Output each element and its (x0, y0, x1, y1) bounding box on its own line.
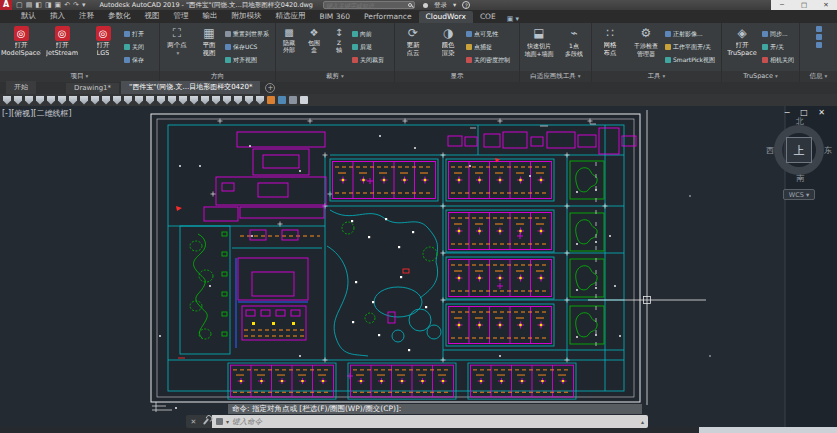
truspace-toggle-button[interactable]: 开/关 (762, 41, 794, 53)
new-file-icon[interactable]: ▢ (16, 0, 23, 10)
cloudworx-shield-icon[interactable] (135, 96, 143, 105)
cloudworx-shield-icon[interactable] (256, 96, 264, 105)
close-button[interactable]: ✕ (815, 0, 837, 10)
command-close-icon[interactable]: ✕ (191, 418, 197, 426)
workplane-toggle-button[interactable]: 工作平面开/关 (665, 41, 715, 53)
cloudworx-shield-icon[interactable] (212, 96, 220, 105)
panel-title-info[interactable]: 信息▾ (800, 71, 837, 82)
tab-featured-apps[interactable]: 精选应用 (269, 10, 313, 23)
camera-off-button[interactable]: 相机关闭 (762, 54, 794, 66)
help-search-input[interactable] (326, 2, 408, 9)
cloudworx-shield-icon[interactable] (157, 96, 165, 105)
project-open-button[interactable]: 打开 (124, 28, 144, 40)
clip-off-button[interactable]: 关闭裁剪 (352, 54, 384, 66)
two-points-button[interactable]: ⛶ 两个点 ▾ (161, 25, 193, 57)
clip-forward-button[interactable]: 向前 (352, 28, 384, 40)
help-icon[interactable]: ? (462, 1, 470, 9)
compass-east[interactable]: 东 (824, 145, 832, 156)
color-render-button[interactable]: ◑ 颜色 渲染 (431, 25, 465, 57)
hide-outside-button[interactable]: ▩ 隐藏 外部 (277, 25, 301, 53)
cloudworx-shield-icon[interactable] (14, 96, 22, 105)
tab-coe[interactable]: COE (473, 11, 503, 23)
window-icon[interactable] (289, 96, 297, 104)
command-input[interactable] (232, 417, 638, 426)
command-expand-icon[interactable]: ▴ (641, 418, 644, 425)
tab-performance[interactable]: Performance (357, 11, 419, 23)
command-customize-icon[interactable] (203, 418, 209, 425)
compass-south[interactable]: 南 (796, 173, 804, 184)
viewcube-top-face[interactable]: 上 (786, 137, 812, 163)
cloudworx-shield-icon[interactable] (25, 96, 33, 105)
cloudworx-shield-icon[interactable] (102, 96, 110, 105)
bounding-box-button[interactable]: ❖ 包围 盒 (302, 25, 326, 53)
tab-cloudworx[interactable]: CloudWorx (419, 11, 473, 23)
tab-addins[interactable]: 附加模块 (225, 10, 269, 23)
open-file-icon[interactable]: ▤ (26, 0, 33, 10)
ortho-image-button[interactable]: 正射影像... (665, 28, 715, 40)
status-tray[interactable] (699, 427, 837, 433)
qat-dropdown-icon[interactable]: ▾ (82, 0, 86, 10)
file-tab-drawing1[interactable]: Drawing1* (66, 83, 119, 94)
plan-view-button[interactable]: ▦ 平面 视图 (194, 25, 224, 57)
cloudworx-shield-icon[interactable] (36, 96, 44, 105)
update-pointcloud-button[interactable]: ⟳ 更新 点云 (396, 25, 430, 57)
open-lgs-button[interactable]: ◎ 打开 LGS (83, 25, 123, 57)
info-icon-1[interactable] (816, 26, 822, 32)
point-visibility-button[interactable]: 点可见性 (466, 28, 510, 40)
viewcube[interactable]: 上 北 南 西 东 WCS ▾ (767, 118, 831, 204)
monitor-icon[interactable] (300, 96, 308, 104)
tab-parametric[interactable]: 参数化 (101, 10, 138, 23)
signin-button[interactable]: 登录 (434, 1, 447, 10)
cloudworx-shield-icon[interactable] (113, 96, 121, 105)
tab-view[interactable]: 视图 (138, 10, 167, 23)
plot-icon[interactable]: ▣ (55, 0, 62, 10)
align-view-button[interactable]: 对齐视图 (225, 54, 269, 66)
cloudworx-shield-icon[interactable] (146, 96, 154, 105)
document-window-controls[interactable]: ─ □ ✕ (785, 108, 829, 117)
save-icon[interactable]: ◧ (35, 0, 42, 10)
file-tab-active[interactable]: "西件宝"(同饶.文...目地形图样交0420* (121, 81, 260, 94)
open-jetstream-button[interactable]: ◎ 打开 JetStream (42, 25, 82, 57)
tab-default[interactable]: 默认 (14, 10, 43, 23)
cloudworx-shield-icon[interactable] (91, 96, 99, 105)
new-drawing-button[interactable]: + (265, 83, 275, 93)
reset-to-world-button[interactable]: 重置到世界系 (225, 28, 269, 40)
tab-annotate[interactable]: 注释 (72, 10, 101, 23)
one-point-polyline-button[interactable]: ⌁ 1点 多段线 (558, 25, 590, 57)
truspace-sync-button[interactable]: 同步... (762, 28, 794, 40)
save-ucs-button[interactable]: 保存UCS (225, 41, 269, 53)
layers-icon[interactable] (278, 96, 286, 104)
project-save-button[interactable]: 保存 (124, 54, 144, 66)
app-store-icon[interactable]: ▾ (453, 1, 456, 9)
viewport-controls[interactable]: [-][俯视][二维线框] (2, 108, 72, 119)
cloudworx-shield-icon[interactable] (47, 96, 55, 105)
cloudworx-shield-icon[interactable] (80, 96, 88, 105)
open-truspace-button[interactable]: ◈ 打开 TruSpace (723, 25, 761, 57)
cloudworx-shield-icon[interactable] (223, 96, 231, 105)
point-snap-button[interactable]: 点捕捉 (466, 41, 510, 53)
command-input-field[interactable]: ▾ ▴ (212, 415, 648, 428)
tab-output[interactable]: 输出 (196, 10, 225, 23)
smartpick-view-button[interactable]: SmartPick视图 (665, 54, 715, 66)
tab-insert[interactable]: 插入 (43, 10, 72, 23)
clip-back-button[interactable]: 后退 (352, 41, 384, 53)
cloudworx-shield-icon[interactable] (234, 96, 242, 105)
quick-slice-button[interactable]: ⬓ 快速切片 地面+墙面 (521, 25, 557, 57)
panel-title-tools[interactable]: 工具▾ (592, 71, 721, 82)
cloudworx-shield-icon[interactable] (58, 96, 66, 105)
info-icon-2[interactable] (816, 34, 822, 40)
command-recent-icon[interactable] (216, 418, 223, 425)
palette-icon[interactable] (267, 96, 275, 104)
cloudworx-shield-icon[interactable] (245, 96, 253, 105)
panel-title-truspace[interactable]: TruSpace▾ (722, 71, 799, 82)
project-close-button[interactable]: 关闭 (124, 41, 144, 53)
drawing-canvas[interactable]: [-][俯视][二维线框] ─ □ ✕ (0, 106, 837, 433)
cloudworx-shield-icon[interactable] (168, 96, 176, 105)
maximize-button[interactable]: □ (793, 0, 815, 10)
panel-title-display[interactable]: 显示 (395, 71, 519, 82)
ribbon-options-icon[interactable]: ▣ ▾ (507, 15, 519, 23)
minimize-button[interactable]: ─ (771, 0, 793, 10)
panel-title-adaptive[interactable]: 白适应画线工具▾ (520, 71, 591, 82)
tab-manage[interactable]: 管理 (167, 10, 196, 23)
undo-icon[interactable]: ↶ (64, 0, 70, 10)
